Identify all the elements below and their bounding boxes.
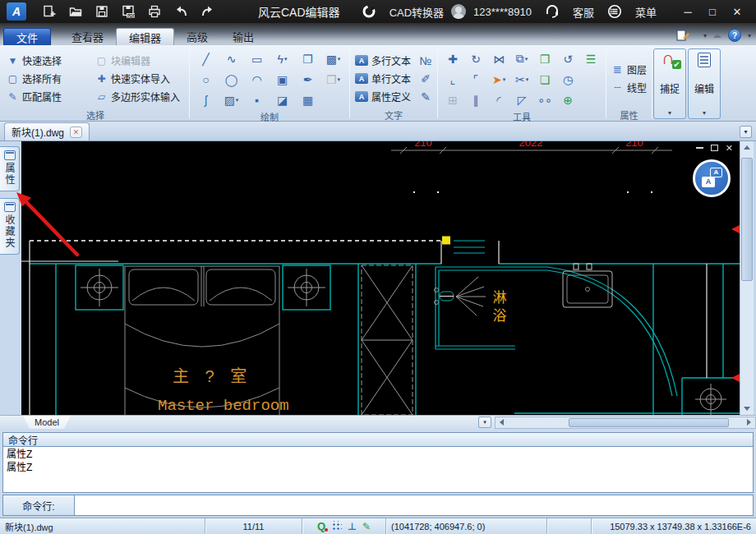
sidebar-tab-properties[interactable]: 属性 <box>0 146 20 191</box>
print-icon[interactable] <box>146 4 163 19</box>
scroll-down-icon[interactable] <box>740 403 754 415</box>
save-as-pdf-icon[interactable]: PDF <box>120 4 136 19</box>
explode-icon[interactable]: ∘∘ <box>533 90 556 110</box>
edit-button[interactable]: 编辑 ▾ <box>688 48 721 119</box>
polygon-entity-input-button[interactable]: ▱多边形实体输入 <box>94 88 182 106</box>
grid-toggle-icon[interactable] <box>331 521 342 532</box>
canvas-restore-icon[interactable] <box>711 145 718 151</box>
menu-tab-查看器[interactable]: 查看器 <box>59 28 116 45</box>
sketch-icon[interactable]: ∿ <box>219 48 244 69</box>
osnap-toggle-icon[interactable]: Q <box>317 520 325 532</box>
trim-icon[interactable]: ⌞ <box>441 69 464 90</box>
single-line-text-button[interactable]: A单行文本 <box>353 70 413 88</box>
new-file-icon[interactable] <box>41 4 58 19</box>
menu-icon[interactable] <box>606 4 623 19</box>
scroll-left-icon[interactable] <box>496 417 508 428</box>
converter-label[interactable]: CAD转换器 <box>390 4 444 20</box>
mtext-button[interactable]: A多行文本 <box>353 52 413 70</box>
ellipse-icon[interactable]: ◯ <box>219 69 244 90</box>
drawing-canvas-area[interactable]: ✕ A A 210 2022 210 <box>21 141 740 415</box>
select-all-button[interactable]: ▢选择所有 <box>5 70 87 88</box>
document-tab-close-icon[interactable]: ✕ <box>70 127 82 138</box>
copy-entities-icon[interactable]: ❐ <box>533 48 556 69</box>
save-icon[interactable] <box>94 4 110 19</box>
fillet-icon[interactable]: ◜ <box>487 90 510 110</box>
block-icon[interactable]: ▣ <box>270 69 295 90</box>
command-input[interactable] <box>75 495 754 516</box>
rectangle-icon[interactable]: ▭ <box>244 48 270 69</box>
chamfer-icon[interactable]: ◸ <box>510 90 533 110</box>
erase-icon[interactable]: ➤▾ <box>487 69 510 90</box>
help-icon[interactable]: ? <box>728 29 741 42</box>
help-dropdown-icon[interactable]: ▾ <box>748 32 751 39</box>
maximize-button[interactable]: □ <box>700 6 725 18</box>
rotate-icon[interactable]: ↻ <box>464 48 487 69</box>
ortho-toggle-icon[interactable]: ✎ <box>362 521 371 532</box>
document-tab[interactable]: 新块(1).dwg ✕ <box>4 122 90 140</box>
arc-icon[interactable]: ◠ <box>244 69 270 90</box>
edit-dropdown-icon[interactable]: ▾ <box>703 109 706 117</box>
model-tab[interactable]: Model <box>23 416 71 429</box>
menu-tab-输出[interactable]: 输出 <box>220 28 266 45</box>
scroll-right-icon[interactable] <box>743 417 755 428</box>
scale-icon[interactable]: ⧉▾ <box>510 48 533 69</box>
offset-icon[interactable]: ∥ <box>464 90 487 110</box>
canvas-close-icon[interactable]: ✕ <box>726 144 733 152</box>
match-properties-button[interactable]: ✎匹配属性 <box>5 88 87 106</box>
extend-icon[interactable]: ⌜ <box>464 69 487 90</box>
quick-select-button[interactable]: ▼快速选择 <box>5 52 87 70</box>
quick-entity-import-button[interactable]: ✚快速实体导入 <box>94 70 182 88</box>
edit-text-icon[interactable]: ✎ <box>417 88 434 106</box>
layout-list-dropdown-icon[interactable]: ▾ <box>478 417 491 428</box>
collapse-ribbon-icon[interactable] <box>713 34 721 38</box>
menu-label[interactable]: 菜单 <box>635 4 657 20</box>
selected-line[interactable] <box>30 237 485 254</box>
user-avatar[interactable] <box>451 4 466 19</box>
add-block-icon[interactable]: ⊕ <box>556 90 579 110</box>
menu-tab-高级[interactable]: 高级 <box>174 28 220 45</box>
vertical-scrollbar[interactable] <box>740 141 754 415</box>
perpendicular-toggle-icon[interactable]: ⊥ <box>348 521 357 532</box>
grip-point[interactable] <box>442 237 450 245</box>
image-icon[interactable]: ◪ <box>270 90 295 110</box>
attribute-define-button[interactable]: A属性定义 <box>353 88 413 106</box>
minimize-button[interactable]: ─ <box>675 6 700 18</box>
circle-icon[interactable]: ○ <box>193 69 219 90</box>
vertical-scroll-track[interactable] <box>740 154 754 403</box>
polyline-icon[interactable]: ϟ▾ <box>270 48 295 69</box>
spline-icon[interactable]: ʃ <box>193 90 219 110</box>
menu-tab-文件[interactable]: 文件 <box>3 28 51 45</box>
cad-canvas[interactable]: 210 2022 210 <box>21 141 740 415</box>
snap-dropdown-icon[interactable]: ▾ <box>668 109 671 117</box>
scroll-up-icon[interactable] <box>740 141 754 154</box>
field-icon[interactable]: № <box>417 52 434 70</box>
canvas-minimize-icon[interactable] <box>696 147 703 149</box>
quick-edit-dropdown-icon[interactable]: ▾ <box>703 32 707 39</box>
undo-icon[interactable] <box>173 4 189 19</box>
command-panel-header[interactable]: 命令行 <box>2 432 754 447</box>
headset-icon[interactable] <box>544 4 560 19</box>
line-icon[interactable]: ╱ <box>193 48 219 69</box>
converter-icon[interactable] <box>361 4 377 19</box>
timer-icon[interactable]: ◷ <box>556 69 579 90</box>
pen-icon[interactable]: ✒ <box>295 69 320 90</box>
redo-icon[interactable] <box>199 4 215 19</box>
mirror-icon[interactable]: ⋈ <box>487 48 510 69</box>
account-number[interactable]: 123****8910 <box>473 6 532 18</box>
linetype-button[interactable]: ┄线型 <box>610 79 648 97</box>
open-file-icon[interactable] <box>67 4 84 19</box>
layers-button[interactable]: ≣图层 <box>610 61 648 79</box>
support-label[interactable]: 客服 <box>573 4 594 20</box>
point-icon[interactable]: ▪ <box>244 90 270 110</box>
copy-nested-icon[interactable]: ❏ <box>533 69 556 90</box>
hatch-region-icon[interactable]: ▩▾ <box>320 48 346 69</box>
snap-button[interactable]: 捕捉 ▾ <box>653 48 686 119</box>
rotate-copy-icon[interactable]: ↺ <box>556 48 579 69</box>
close-button[interactable]: ✕ <box>725 6 749 18</box>
sidebar-tab-favorites[interactable]: 收藏夹 <box>0 198 20 255</box>
document-tabs-dropdown-icon[interactable]: ▾ <box>740 126 752 138</box>
horizontal-scroll-thumb[interactable] <box>569 418 728 427</box>
horizontal-scrollbar[interactable] <box>495 417 756 429</box>
menu-tab-编辑器[interactable]: 编辑器 <box>116 28 174 45</box>
measure-icon[interactable]: ✂▾ <box>510 69 533 90</box>
